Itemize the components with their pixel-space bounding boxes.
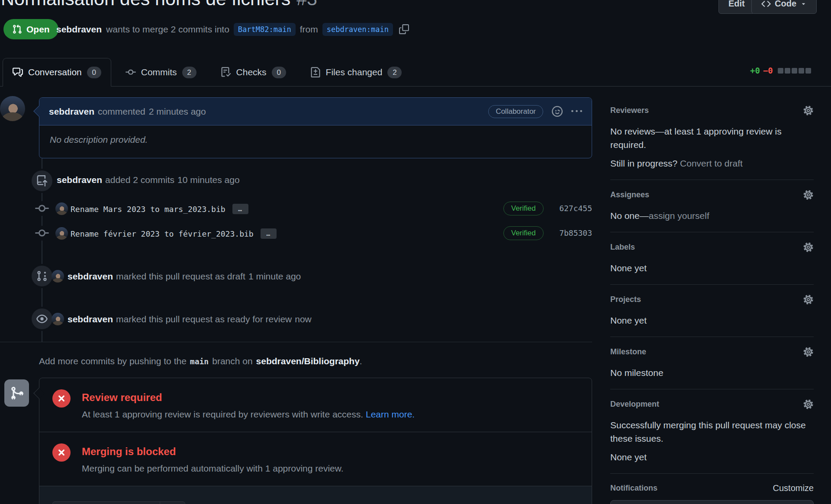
pull-request-draft-icon [32, 266, 52, 286]
gear-icon[interactable] [803, 105, 814, 116]
commit-expand-button[interactable]: … [232, 204, 248, 214]
gear-icon[interactable] [803, 294, 814, 305]
commit-expand-button[interactable]: … [261, 228, 277, 239]
assign-yourself-link[interactable]: assign yourself [649, 211, 709, 221]
x-circle-icon [52, 389, 71, 408]
base-branch-label[interactable]: BartM82:main [234, 23, 296, 36]
event-author-link[interactable]: sebdraven [57, 175, 102, 185]
commit-row: Rename Mars 2023 to mars_2023.bib … [71, 204, 248, 214]
sidebar: Reviewers No reviews—at least 1 approvin… [610, 105, 814, 504]
kebab-menu-icon[interactable] [571, 106, 582, 117]
learn-more-link[interactable]: Learn more. [366, 409, 415, 419]
timeline-end-divider [0, 342, 592, 342]
checklist-icon [221, 67, 231, 77]
tab-conversation[interactable]: Conversation 0 [3, 58, 111, 87]
tab-counter: 0 [87, 67, 101, 78]
file-diff-icon [310, 67, 321, 77]
code-button[interactable]: Code [751, 0, 817, 14]
page-title: Normalisation des noms de fichiers#3 [1, 0, 317, 10]
merge-options-caret[interactable] [160, 502, 185, 504]
x-circle-icon [52, 443, 71, 462]
git-merge-icon [4, 379, 29, 407]
pr-author-link[interactable]: sebdraven [56, 24, 102, 35]
edit-button[interactable]: Edit [718, 0, 755, 14]
convert-to-draft-link[interactable]: Convert to draft [680, 158, 743, 168]
deletions-count: −0 [763, 66, 773, 75]
gear-icon[interactable] [803, 189, 814, 200]
commit-message-link[interactable]: Rename février 2023 to février_2023.bib [71, 229, 254, 238]
repo-link[interactable]: sebdraven/Bibliography [256, 356, 360, 366]
diffstat-blocks [778, 68, 811, 74]
pr-summary: sebdraven wants to merge 2 commits into … [56, 19, 409, 39]
verified-badge[interactable]: Verified [503, 202, 544, 215]
sidebar-section-reviewers: Reviewers No reviews—at least 1 approvin… [610, 105, 814, 180]
sidebar-section-development: Development Successfully merging this pu… [610, 399, 814, 474]
commit-avatar[interactable] [55, 202, 68, 215]
timeline-event-draft: sebdraven marked this pull request as dr… [68, 271, 301, 282]
diffstat[interactable]: +0 −0 [750, 66, 811, 75]
gear-icon[interactable] [803, 242, 814, 253]
git-commit-icon [34, 201, 50, 216]
event-author-link[interactable]: sebdraven [68, 271, 113, 282]
git-commit-icon [34, 226, 50, 241]
status-badge: Open [3, 19, 58, 39]
tab-commits[interactable]: Commits 2 [116, 58, 206, 87]
emoji-reaction-icon[interactable] [552, 106, 563, 117]
git-pull-request-icon [12, 24, 22, 34]
merge-status-box: Review required At least 1 approving rev… [39, 378, 592, 504]
gear-icon[interactable] [803, 399, 814, 410]
merge-pull-request-button[interactable]: Merge pull request [52, 501, 185, 504]
timeline-event-added-commits: sebdraven added 2 commits 10 minutes ago [57, 175, 240, 185]
event-author-link[interactable]: sebdraven [68, 314, 113, 324]
eye-icon [32, 308, 52, 329]
git-commit-icon [126, 67, 136, 77]
event-timestamp: 1 minute ago [248, 271, 301, 282]
commit-sha-link[interactable]: 627c455 [557, 204, 592, 213]
pr-number: #3 [296, 0, 317, 9]
merging-blocked-title: Merging is blocked [82, 446, 344, 458]
head-branch-label[interactable]: sebdraven:main [322, 23, 393, 36]
commit-avatar[interactable] [55, 227, 68, 240]
comment-author-link[interactable]: sebdraven [49, 106, 94, 117]
review-required-body: At least 1 approving review is required … [82, 409, 415, 420]
event-timestamp: now [295, 314, 312, 324]
code-icon [761, 0, 771, 9]
review-required-title: Review required [82, 392, 415, 404]
commit-row: Rename février 2023 to février_2023.bib … [71, 228, 277, 239]
sidebar-section-assignees: Assignees No one—assign yourself [610, 189, 814, 232]
pr-description-comment: sebdraven commented 2 minutes ago Collab… [39, 97, 592, 158]
commit-message-link[interactable]: Rename Mars 2023 to mars_2023.bib [71, 205, 225, 214]
event-timestamp: 10 minutes ago [177, 175, 240, 185]
pr-tabnav: Conversation 0 Commits 2 Checks 0 Files … [0, 58, 831, 87]
event-avatar[interactable] [52, 270, 64, 282]
commit-sha-link[interactable]: 7b85303 [557, 228, 592, 238]
comment-discussion-icon [13, 67, 23, 77]
repo-push-icon [32, 170, 52, 191]
timeline-event-ready: sebdraven marked this pull request as re… [68, 314, 312, 324]
pull-request-page: Normalisation des noms de fichiers#3 Edi… [0, 0, 831, 504]
comment-body: No description provided. [39, 125, 592, 154]
sidebar-section-notifications: Notifications Customize Unsubscribe [610, 483, 814, 504]
merging-blocked-body: Merging can be performed automatically w… [82, 463, 344, 474]
collaborator-badge: Collaborator [488, 105, 543, 118]
pr-title-text: Normalisation des noms de fichiers [1, 0, 290, 9]
tab-counter: 2 [387, 67, 402, 78]
tab-checks[interactable]: Checks 0 [211, 58, 296, 87]
customize-link[interactable]: Customize [773, 483, 814, 493]
tab-files-changed[interactable]: Files changed 2 [300, 58, 412, 87]
branch-code: main [190, 357, 209, 366]
additions-count: +0 [750, 66, 760, 75]
event-avatar[interactable] [52, 313, 64, 325]
copy-icon[interactable] [399, 24, 409, 34]
verified-badge[interactable]: Verified [503, 226, 544, 240]
review-required-section: Review required At least 1 approving rev… [39, 378, 592, 432]
avatar[interactable] [0, 96, 25, 121]
comment-timestamp[interactable]: 2 minutes ago [149, 106, 206, 117]
merging-blocked-section: Merging is blocked Merging can be perfor… [39, 432, 592, 486]
sidebar-section-labels: Labels None yet [610, 242, 814, 285]
unsubscribe-button[interactable]: Unsubscribe [610, 500, 814, 504]
tab-counter: 0 [272, 67, 286, 78]
gear-icon[interactable] [803, 347, 814, 357]
sidebar-section-milestone: Milestone No milestone [610, 347, 814, 389]
chevron-down-icon [800, 0, 807, 7]
